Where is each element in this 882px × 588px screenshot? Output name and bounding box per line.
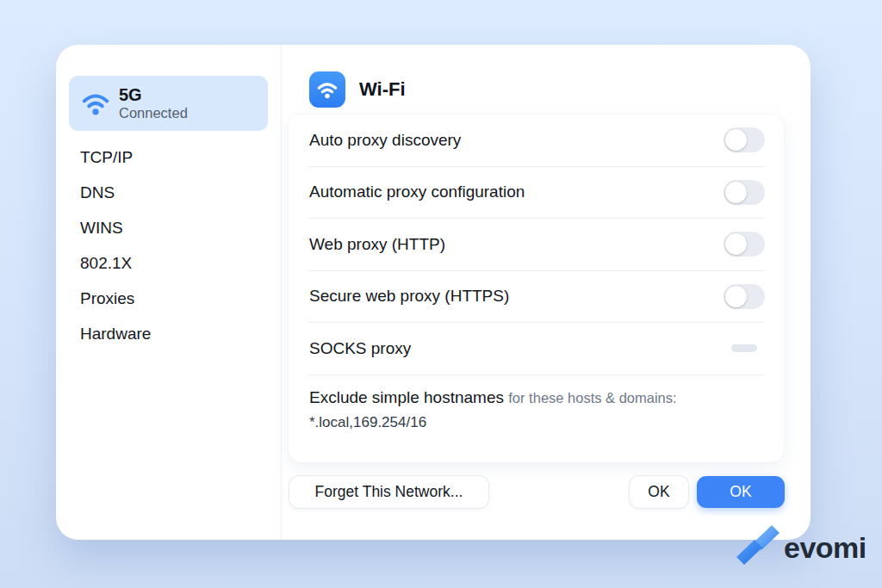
evomi-logo-text: evomi	[784, 531, 866, 565]
selected-network-text: 5G Connected	[119, 85, 188, 121]
sidebar-item-5g-network[interactable]: 5G Connected	[69, 76, 268, 131]
setting-label: Secure web proxy (HTTPS)	[309, 287, 509, 306]
exclude-hostnames-section: Exclude simple hostnames for these hosts…	[307, 375, 765, 431]
exclude-hostnames-value[interactable]: *.local,169.254/16	[309, 414, 763, 431]
socks-proxy-dash-control[interactable]	[731, 344, 757, 352]
web-proxy-http-toggle[interactable]	[724, 232, 765, 257]
sidebar-item-tcpip[interactable]: TCP/IP	[69, 139, 268, 175]
main-panel: Wi-Fi Auto proxy discovery Automatic pro…	[282, 45, 811, 540]
sidebar-item-proxies[interactable]: Proxies	[69, 281, 268, 316]
toggle-knob	[725, 129, 747, 151]
sidebar-item-hardware[interactable]: Hardware	[69, 316, 268, 351]
exclude-hostnames-line: Exclude simple hostnames for these hosts…	[309, 388, 763, 407]
sidebar-item-8021x[interactable]: 802.1X	[69, 245, 268, 281]
ok-secondary-button[interactable]: OK	[630, 476, 688, 508]
forget-network-button[interactable]: Forget This Network...	[289, 476, 488, 508]
setting-label: SOCKS proxy	[309, 339, 411, 358]
sidebar: 5G Connected TCP/IP DNS WINS 802.1X Prox…	[56, 45, 282, 540]
setting-row-socks-proxy: SOCKS proxy	[307, 323, 765, 375]
page-title: Wi-Fi	[359, 78, 406, 101]
setting-row-web-proxy-http: Web proxy (HTTP)	[307, 219, 765, 271]
evomi-logo-mark	[734, 520, 782, 570]
automatic-proxy-configuration-toggle[interactable]	[724, 180, 765, 205]
setting-row-auto-proxy-discovery: Auto proxy discovery	[307, 115, 765, 167]
secure-web-proxy-https-toggle[interactable]	[724, 284, 765, 309]
page-background: 5G Connected TCP/IP DNS WINS 802.1X Prox…	[0, 0, 882, 588]
sidebar-item-dns[interactable]: DNS	[69, 175, 268, 210]
sidebar-nav: TCP/IP DNS WINS 802.1X Proxies Hardware	[69, 139, 268, 351]
exclude-hostnames-label: Exclude simple hostnames	[309, 388, 504, 406]
wifi-app-icon	[309, 71, 345, 108]
toggle-knob	[725, 233, 747, 255]
settings-rows: Auto proxy discovery Automatic proxy con…	[307, 115, 765, 375]
setting-row-automatic-proxy-configuration: Automatic proxy configuration	[307, 167, 765, 220]
exclude-hostnames-hint: for these hosts & domains:	[508, 390, 676, 405]
setting-label: Automatic proxy configuration	[309, 183, 525, 201]
main-header: Wi-Fi	[309, 71, 406, 108]
toggle-knob	[725, 182, 747, 203]
evomi-brand: evomi	[734, 520, 866, 570]
sidebar-item-wins[interactable]: WINS	[69, 210, 268, 245]
toggle-knob	[725, 286, 747, 307]
proxy-settings-card: Auto proxy discovery Automatic proxy con…	[289, 115, 784, 462]
setting-row-secure-web-proxy-https: Secure web proxy (HTTPS)	[307, 271, 765, 324]
setting-label: Web proxy (HTTP)	[309, 235, 445, 254]
network-name: 5G	[119, 85, 188, 105]
auto-proxy-discovery-toggle[interactable]	[724, 127, 765, 152]
wifi-icon	[79, 87, 112, 120]
setting-label: Auto proxy discovery	[309, 131, 461, 150]
ok-primary-button[interactable]: OK	[697, 476, 785, 508]
network-status: Connected	[119, 105, 188, 121]
network-settings-dialog: 5G Connected TCP/IP DNS WINS 802.1X Prox…	[56, 45, 811, 540]
